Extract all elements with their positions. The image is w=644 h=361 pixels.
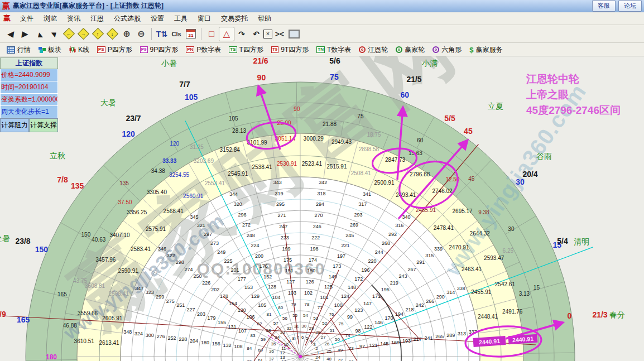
menu-帮助[interactable]: 帮助	[253, 13, 276, 25]
calendar-icon[interactable]: 21	[184, 27, 198, 41]
svg-text:2515.91: 2515.91	[326, 163, 347, 170]
svg-text:7/9: 7/9	[0, 310, 6, 319]
svg-text:60: 60	[258, 348, 263, 353]
forum-button[interactable]: 论坛	[618, 0, 642, 12]
app-logo-icon: 赢	[2, 1, 10, 11]
gann-wheel-canvas[interactable]: 赢家财富网www.yingjia360.comwww.yingjia360.co…	[0, 56, 644, 361]
svg-text:60: 60	[401, 90, 410, 99]
winner-service-label: 赢家服务	[476, 45, 503, 55]
p-square-icon: PS	[97, 46, 105, 53]
svg-text:2583.41: 2583.41	[131, 246, 151, 252]
svg-text:248: 248	[247, 233, 255, 238]
toolbar-gann-wheel[interactable]: 江恩轮	[355, 45, 391, 55]
svg-text:55: 55	[292, 313, 297, 318]
menu-文件[interactable]: 文件	[15, 13, 39, 25]
shift-up-icon[interactable]: ↑	[90, 27, 105, 41]
toolbar-p-square[interactable]: PSP四方形	[94, 45, 136, 55]
svg-text:3356.25: 3356.25	[127, 209, 147, 215]
svg-text:180: 180	[201, 340, 209, 345]
fit-view-icon[interactable]: ><	[272, 27, 287, 41]
svg-text:大暑: 大暑	[100, 98, 116, 107]
text-updown-icon[interactable]: T⇅	[155, 27, 169, 41]
svg-text:217: 217	[414, 336, 422, 342]
svg-text:343: 343	[273, 180, 282, 185]
square-tool-icon[interactable]: □	[204, 27, 219, 41]
menu-江恩[interactable]: 江恩	[85, 13, 109, 25]
menu-交易委托[interactable]: 交易委托	[216, 13, 253, 25]
menu-设置[interactable]: 设置	[146, 13, 169, 25]
rotate-ccw-icon[interactable]: ↶	[249, 27, 263, 41]
svg-text:152: 152	[263, 274, 272, 280]
toolbar-t-square[interactable]: TST四方形	[225, 45, 267, 55]
svg-text:290: 290	[436, 294, 445, 300]
svg-text:立秋: 立秋	[50, 151, 65, 160]
svg-text:204: 204	[190, 338, 198, 344]
svg-text:2470.91: 2470.91	[449, 244, 469, 251]
cls-button[interactable]: Cls	[169, 27, 184, 41]
svg-text:7/7: 7/7	[179, 80, 190, 89]
svg-text:130: 130	[238, 307, 246, 313]
toolbar-sectors[interactable]: 板块	[35, 45, 65, 55]
svg-text:323: 323	[146, 290, 154, 295]
svg-text:21/5: 21/5	[406, 75, 421, 84]
toolbar-p-number-table[interactable]: PNP数字表	[182, 45, 224, 55]
toolbar-separator	[151, 28, 152, 40]
toolbar-9t-square[interactable]: T99T四方形	[268, 45, 312, 55]
toolbar-quotes[interactable]: 行情	[3, 45, 34, 55]
svg-text:252: 252	[167, 335, 176, 341]
toolbar-9p-square[interactable]: P99P四方形	[137, 45, 181, 55]
svg-text:35: 35	[271, 341, 276, 346]
svg-text:227: 227	[187, 307, 195, 312]
shift-down-icon[interactable]: ↓	[105, 27, 119, 41]
shift-left-icon[interactable]: ←	[61, 27, 76, 41]
svg-text:61: 61	[258, 358, 263, 361]
svg-text:241: 241	[424, 335, 432, 341]
svg-text:268: 268	[382, 240, 390, 246]
svg-text:2545.91: 2545.91	[228, 171, 248, 177]
customer-service-button[interactable]: 客服	[592, 0, 616, 12]
calc-support-button[interactable]: 计算支撑	[29, 118, 58, 132]
window-title: 赢家江恩专业版[赢家服务平台] - [上证指数 江恩轮]	[13, 1, 592, 11]
scroll-left-icon[interactable]: ◀	[2, 27, 18, 41]
rotate-cw-icon[interactable]: ↷	[234, 27, 249, 41]
svg-text:135: 135	[119, 180, 129, 186]
shift-right-icon[interactable]: →	[76, 27, 90, 41]
menu-浏览[interactable]: 浏览	[39, 13, 62, 25]
svg-text:51: 51	[330, 328, 335, 333]
screen-icon[interactable]	[287, 27, 301, 41]
svg-text:266: 266	[426, 299, 434, 304]
svg-text:250: 250	[193, 273, 201, 279]
svg-text:75: 75	[357, 113, 364, 119]
svg-text:3254.55: 3254.55	[169, 172, 190, 178]
toolbar-winner-wheel[interactable]: 赢家轮	[392, 45, 428, 55]
menu-窗口[interactable]: 窗口	[193, 13, 216, 25]
svg-text:23/7: 23/7	[126, 114, 141, 123]
zoom-out-icon[interactable]: ⊖	[134, 27, 148, 41]
close-box-icon[interactable]: ×	[263, 30, 272, 38]
toolbar-winner-service[interactable]: $赢家服务	[466, 45, 506, 55]
svg-text:58: 58	[266, 328, 271, 333]
calc-resistance-button[interactable]: 计算阻力	[0, 118, 29, 132]
triangle-tool-icon[interactable]: △	[219, 27, 234, 41]
svg-text:342: 342	[319, 180, 327, 185]
svg-text:149: 149	[329, 274, 337, 280]
gann-wheel-label: 江恩轮	[368, 45, 388, 55]
menu-工具[interactable]: 工具	[169, 13, 193, 25]
toolbar-hexagon[interactable]: 六角形	[429, 45, 465, 55]
toolbar-kline[interactable]: K线	[66, 45, 93, 55]
svg-text:2796.88: 2796.88	[410, 171, 430, 177]
svg-text:173: 173	[333, 263, 341, 269]
scroll-down-icon[interactable]: ▼	[45, 27, 63, 41]
svg-text:33.33: 33.33	[162, 158, 176, 164]
zoom-in-icon[interactable]: ⊕	[119, 27, 134, 41]
svg-text:76: 76	[329, 312, 334, 317]
menu-logo-icon: 赢	[3, 13, 11, 23]
toolbar-t-number-table[interactable]: TNT数字表	[313, 45, 354, 55]
svg-text:297: 297	[204, 232, 212, 237]
svg-text:193: 193	[402, 338, 411, 344]
menu-公式选股[interactable]: 公式选股	[109, 13, 146, 25]
svg-text:清明: 清明	[574, 237, 589, 246]
menu-资讯[interactable]: 资讯	[62, 13, 85, 25]
svg-text:218: 218	[405, 307, 414, 312]
svg-text:34.38: 34.38	[151, 168, 165, 174]
